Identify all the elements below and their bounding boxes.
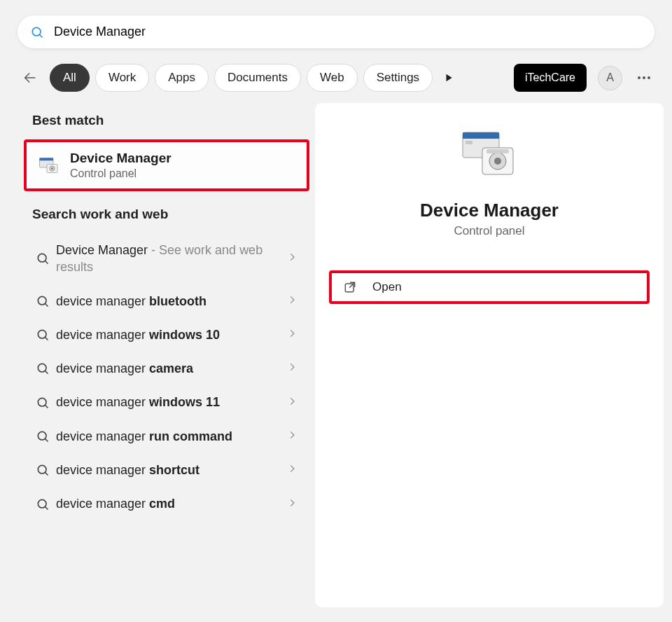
- filter-pills: All Work Apps Documents Web Settings: [50, 64, 505, 92]
- search-icon: [29, 497, 56, 511]
- svg-rect-27: [465, 141, 472, 144]
- svg-line-24: [46, 506, 48, 509]
- suggestion-text: device manager windows 11: [56, 394, 287, 410]
- filter-pill-all[interactable]: All: [50, 64, 90, 92]
- best-match-heading: Best match: [32, 113, 315, 128]
- overflow-menu-button[interactable]: [634, 76, 654, 79]
- search-icon: [29, 328, 56, 342]
- suggestion-item[interactable]: device manager shortcut: [24, 453, 304, 487]
- best-match-title: Device Manager: [70, 151, 172, 166]
- svg-point-8: [51, 167, 53, 170]
- filter-more-button[interactable]: [438, 64, 459, 92]
- detail-subtitle: Control panel: [454, 224, 524, 238]
- search-icon: [30, 25, 44, 39]
- svg-point-11: [38, 296, 46, 305]
- search-icon: [29, 294, 56, 308]
- filter-row: All Work Apps Documents Web Settings iTe…: [0, 48, 672, 99]
- filter-pill-apps[interactable]: Apps: [155, 64, 209, 92]
- detail-device-manager-icon: [458, 128, 520, 186]
- search-web-heading: Search work and web: [32, 207, 315, 222]
- detail-panel: Device Manager Control panel Open: [315, 103, 664, 607]
- svg-line-20: [46, 438, 48, 441]
- suggestion-item[interactable]: Device Manager - See work and web result…: [24, 233, 304, 284]
- header-right-cluster: iTechCare A: [514, 64, 654, 92]
- svg-rect-31: [486, 149, 509, 153]
- open-external-icon: [343, 280, 357, 294]
- svg-line-10: [46, 261, 48, 264]
- svg-point-17: [38, 398, 46, 406]
- suggestion-list: Device Manager - See work and web result…: [24, 233, 315, 521]
- best-match-result[interactable]: Device Manager Control panel: [24, 139, 309, 191]
- search-bar[interactable]: [18, 15, 654, 48]
- svg-point-19: [38, 431, 46, 440]
- suggestion-item[interactable]: device manager windows 11: [24, 385, 304, 419]
- svg-line-22: [46, 473, 48, 476]
- filter-pill-web[interactable]: Web: [307, 64, 358, 92]
- svg-point-30: [494, 158, 501, 165]
- chevron-right-icon: [287, 295, 297, 307]
- chevron-right-icon: [287, 252, 297, 265]
- detail-title: Device Manager: [420, 200, 559, 221]
- suggestion-text: device manager run command: [56, 428, 287, 445]
- filter-pill-work[interactable]: Work: [95, 64, 149, 92]
- search-icon: [29, 463, 56, 477]
- svg-point-15: [38, 364, 46, 373]
- svg-point-21: [38, 466, 46, 474]
- search-icon: [29, 361, 56, 375]
- svg-point-13: [38, 330, 46, 338]
- suggestion-item[interactable]: device manager cmd: [24, 487, 304, 520]
- suggestion-text: device manager camera: [56, 360, 287, 377]
- search-input[interactable]: [54, 25, 646, 39]
- svg-line-12: [46, 303, 48, 306]
- svg-point-23: [38, 499, 46, 508]
- back-button[interactable]: [18, 65, 43, 90]
- chevron-right-icon: [287, 396, 297, 409]
- suggestion-text: device manager cmd: [56, 495, 287, 512]
- open-action-label: Open: [372, 280, 402, 294]
- suggestion-item[interactable]: device manager windows 10: [24, 318, 304, 352]
- device-manager-icon: [35, 151, 63, 179]
- suggestion-item[interactable]: device manager bluetooth: [24, 284, 304, 318]
- svg-line-14: [46, 338, 48, 340]
- filter-pill-documents[interactable]: Documents: [214, 64, 301, 92]
- suggestion-item[interactable]: device manager camera: [24, 352, 304, 385]
- suggestion-text: device manager shortcut: [56, 462, 287, 478]
- triangle-right-icon: [444, 73, 454, 83]
- chevron-right-icon: [287, 498, 297, 511]
- suggestion-text: Device Manager - See work and web result…: [56, 242, 287, 276]
- svg-point-9: [38, 254, 46, 263]
- best-match-subtitle: Control panel: [70, 167, 172, 180]
- svg-marker-3: [447, 74, 452, 82]
- suggestion-item[interactable]: device manager run command: [24, 420, 304, 453]
- search-icon: [29, 396, 56, 410]
- filter-pill-settings[interactable]: Settings: [363, 64, 433, 92]
- svg-line-16: [46, 371, 48, 374]
- svg-line-1: [40, 34, 43, 37]
- svg-rect-5: [40, 158, 54, 161]
- open-action[interactable]: Open: [329, 270, 650, 304]
- chevron-right-icon: [287, 362, 297, 375]
- svg-line-18: [46, 405, 48, 408]
- svg-point-0: [32, 27, 41, 36]
- suggestion-text: device manager windows 10: [56, 326, 287, 343]
- chevron-right-icon: [287, 430, 297, 443]
- chevron-right-icon: [287, 464, 297, 476]
- avatar[interactable]: A: [598, 66, 622, 90]
- search-icon: [29, 251, 56, 265]
- search-icon: [29, 429, 56, 443]
- svg-rect-26: [463, 132, 499, 139]
- suggestion-text: device manager bluetooth: [56, 293, 287, 310]
- brand-badge[interactable]: iTechCare: [514, 64, 587, 92]
- chevron-right-icon: [287, 329, 297, 341]
